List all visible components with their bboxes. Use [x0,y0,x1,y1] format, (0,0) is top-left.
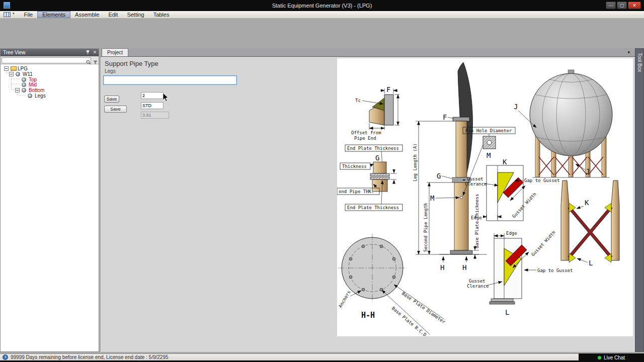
detail-g: End Plate Thickness G Thickness ond Pipe… [337,145,403,211]
menu-setting[interactable]: Setting [122,11,148,18]
maximize-button[interactable]: ▢ [617,2,627,9]
menu-edit[interactable]: Edit [104,11,122,18]
window-title: Static Equipment Generator (V3) - (LPG) [0,0,644,11]
menu-file[interactable]: File [20,11,38,18]
application-window: { "titlebar": { "title": "Static Equipme… [0,0,644,362]
tree-view-panel: Tree View ✕ LPG [0,48,99,352]
tree-node-legs[interactable]: Legs [1,93,99,99]
gusset-clearance-label-1: Gusset [467,176,484,182]
project-content: Support Pipe Type Legs Save Save [101,56,635,352]
close-icon: ✕ [632,3,636,8]
quantity-input[interactable] [141,92,164,99]
chevron-down-icon[interactable]: ▾ [13,12,15,18]
tree-node-label[interactable]: Mid [29,82,37,87]
tree-node-label[interactable]: Legs [35,93,46,99]
toolbox-title: Tool Box [637,53,642,72]
mouse-cursor [163,93,169,104]
vessel-icon [16,72,20,76]
menubar: ▾ File Elements Assemble Edit Setting Ta… [0,11,644,19]
statusbar: 99999 Days remaining before license end,… [0,353,644,360]
tab-overflow-icon[interactable]: ▾ [627,50,630,55]
end-plate-top-label: End Plate Thickness [347,146,399,151]
label-h-right: H [462,263,466,272]
folder-icon [11,66,17,71]
thickness-label: Thickness [342,164,367,169]
label-k-bracing: K [585,199,589,207]
online-status-icon [598,356,601,359]
tc-label: Tc [355,98,361,103]
label-f-detail: F [386,85,390,94]
offset-label-2: Pipe End [354,136,376,141]
section-icon [22,82,26,87]
label-m-detail: M [487,151,491,159]
gap-to-gusset-label-l: Gap to Gusset [537,268,573,273]
gusset-clearance-label-2: Clerance [465,182,487,187]
gusset-clearance-label-l1: Gusset [469,279,486,284]
section-hh-label: H-H [361,311,375,320]
section-icon [22,88,26,93]
app-icon[interactable] [4,2,10,9]
label-m: M [430,194,434,202]
tree-search-input[interactable] [2,57,91,63]
collapse-icon[interactable] [9,72,14,76]
tree-search-row [1,56,99,64]
second-pipe-thk-label: ond Pipe THK. [339,189,374,194]
field-label-legs: Legs [105,68,116,74]
label-h-left: H [440,263,444,272]
legs-icon [28,94,32,98]
label-g-detail: G [375,154,379,162]
gusset-width-label-l: Gusset Width [530,230,556,257]
pipe-type-input[interactable] [103,75,237,85]
menu-assemble[interactable]: Assemble [70,11,104,18]
tree-node-w11[interactable]: W11 [1,71,99,77]
leg-length-label: Leg Length (A) [413,143,418,182]
end-plate-bottom-label: End Plate Thickness [347,205,399,210]
support-pipe-diagram: Leg Length (A) Second Pipe Length Base P… [337,58,633,336]
offset-label-1: Offset from [351,130,381,135]
live-chat-button[interactable]: Live Chat [579,353,644,362]
base-plate-thickness-label: Base Plate Thickness [474,194,479,248]
close-panel-icon[interactable]: ✕ [92,50,98,55]
edge-label-l: Edge [506,231,517,236]
toolbox-strip[interactable]: Tool Box [635,48,644,352]
label-l-detail: L [505,308,509,316]
pin-icon[interactable] [85,50,91,55]
label-j-bottom: J [586,167,590,175]
detail-l: Edge Gusset Width Gap to Gusset Gusset C… [467,230,573,316]
menu-elements[interactable]: Elements [37,11,70,18]
tree-view-title: Tree View [3,50,25,55]
detail-f: F Tc Offset from Pipe End [351,85,399,141]
collapse-icon[interactable] [4,66,9,71]
tree-node-label[interactable]: W11 [23,71,33,77]
collapse-icon[interactable] [15,88,20,93]
tree-node-bottom[interactable]: Bottom [1,87,99,93]
close-button[interactable]: ✕ [628,2,641,9]
tree-node-label[interactable]: LPG [18,66,28,71]
save-button-2[interactable]: Save [104,106,127,113]
tree-node-label[interactable]: Bottom [29,87,45,93]
schedule-input[interactable] [141,102,164,109]
diagram-canvas: Leg Length (A) Second Pipe Length Base P… [337,58,633,336]
anchors-label: Anchors [338,290,352,309]
gap-to-gusset-label: Gap to Gusset [524,178,559,183]
gusset-clearance-label-l2: Clerance [467,284,489,289]
tree-node-lpg[interactable]: LPG [1,66,99,71]
label-k-detail: K [503,158,507,166]
titlebar: Static Equipment Generator (V3) - (LPG) … [0,0,644,11]
maximize-icon: ▢ [620,3,624,8]
license-status-text: 99999 Days remaining before license end,… [11,354,169,360]
minimize-icon: — [609,3,613,8]
minimize-button[interactable]: — [606,2,616,9]
label-f: F [443,113,447,121]
tab-project[interactable]: Project [102,48,128,56]
document-tab-strip: Project ▾ [101,48,635,56]
tree-node-mid[interactable]: Mid [1,82,99,87]
bracing-elevation: K L [561,180,619,267]
menu-tables[interactable]: Tables [149,11,174,18]
pin-hole-diameter-label: Pin Hole Diameter [465,128,512,133]
page-title: Support Pipe Type [105,60,158,67]
leg-elevation-view: Leg Length (A) Second Pipe Length Base P… [413,62,487,272]
section-icon [22,77,26,82]
save-button-1[interactable]: Save [104,96,119,103]
quick-access-icon[interactable] [4,12,11,17]
